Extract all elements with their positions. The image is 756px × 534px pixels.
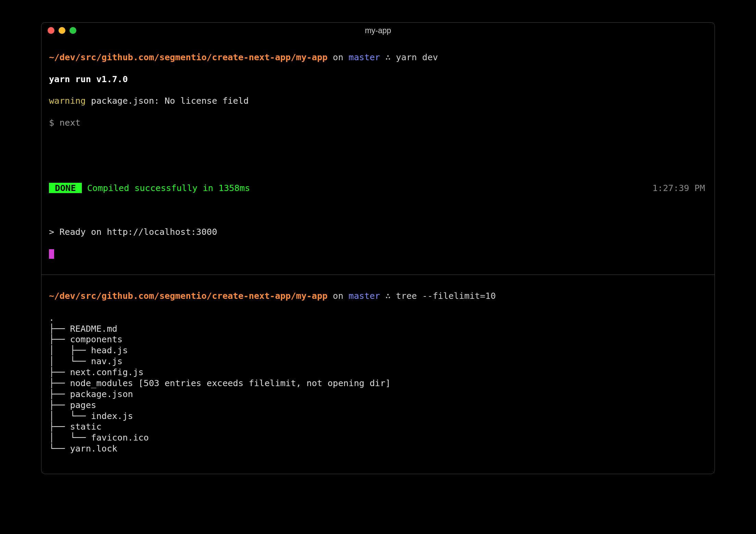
prompt-path: /dev/src/github.com/segmentio/create-nex… bbox=[54, 291, 327, 301]
blank-line bbox=[49, 205, 707, 216]
compiled-message: Compiled successfully in 1358ms bbox=[82, 183, 250, 193]
ready-line: > Ready on http://localhost:3000 bbox=[49, 227, 707, 238]
timestamp: 1:27:39 PM bbox=[652, 183, 707, 194]
yarn-run-line: yarn run v1.7.0 bbox=[49, 74, 707, 85]
warning-message: package.json: No license field bbox=[86, 96, 249, 106]
close-icon[interactable] bbox=[48, 27, 54, 34]
status-line: DONE Compiled successfully in 1358ms1:27… bbox=[49, 183, 707, 194]
minimize-icon[interactable] bbox=[59, 27, 65, 34]
prompt-sep: ∴ bbox=[380, 291, 396, 301]
zoom-icon[interactable] bbox=[70, 27, 76, 34]
prompt-on: on bbox=[328, 291, 349, 301]
terminal-pane-top[interactable]: ~/dev/src/github.com/segmentio/create-ne… bbox=[41, 38, 715, 275]
terminal-pane-bottom[interactable]: ~/dev/src/github.com/segmentio/create-ne… bbox=[41, 275, 715, 474]
prompt-branch: master bbox=[349, 291, 380, 301]
done-badge: DONE bbox=[49, 183, 82, 193]
prompt-tilde: ~ bbox=[49, 52, 54, 62]
prompt-command: yarn dev bbox=[396, 52, 438, 62]
prompt-line: ~/dev/src/github.com/segmentio/create-ne… bbox=[49, 291, 707, 302]
prompt-line: ~/dev/src/github.com/segmentio/create-ne… bbox=[49, 52, 707, 63]
warning-label: warning bbox=[49, 96, 86, 106]
titlebar: my-app bbox=[41, 23, 715, 38]
warning-line: warning package.json: No license field bbox=[49, 96, 707, 106]
prompt-path: /dev/src/github.com/segmentio/create-nex… bbox=[54, 52, 327, 62]
cursor-line bbox=[49, 249, 707, 259]
next-cmd-line: $ next bbox=[49, 117, 707, 128]
prompt-tilde: ~ bbox=[49, 291, 54, 301]
blank-line bbox=[49, 465, 707, 474]
blank-line bbox=[49, 139, 707, 150]
cursor-icon bbox=[49, 249, 54, 259]
prompt-sep: ∴ bbox=[380, 52, 396, 62]
tree-output: . ├── README.md ├── components │ ├── hea… bbox=[49, 313, 707, 454]
blank-line bbox=[49, 161, 707, 172]
prompt-on: on bbox=[328, 52, 349, 62]
terminal-window: my-app ~/dev/src/github.com/segmentio/cr… bbox=[41, 22, 715, 474]
window-controls bbox=[48, 27, 76, 34]
prompt-branch: master bbox=[349, 52, 380, 62]
window-title: my-app bbox=[41, 26, 715, 36]
prompt-command: tree --filelimit=10 bbox=[396, 291, 496, 301]
